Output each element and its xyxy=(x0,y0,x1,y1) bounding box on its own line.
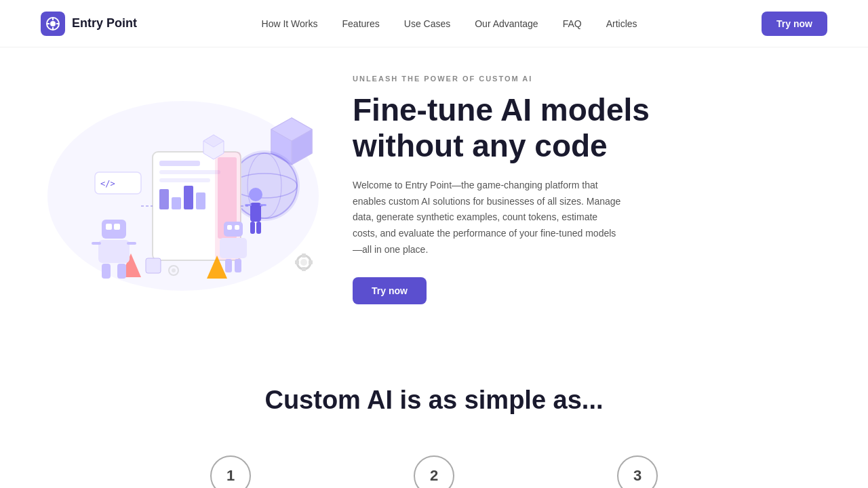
svg-rect-21 xyxy=(172,197,181,209)
svg-rect-39 xyxy=(256,222,261,234)
svg-rect-30 xyxy=(235,225,239,230)
logo-area: Entry Point xyxy=(41,12,137,36)
nav-cta-button[interactable]: Try now xyxy=(762,12,827,36)
svg-rect-54 xyxy=(102,220,126,239)
svg-rect-18 xyxy=(159,170,220,174)
brand-name: Entry Point xyxy=(72,16,137,30)
svg-rect-29 xyxy=(227,225,232,230)
hero-eyebrow: UNLEASH THE POWER OF CUSTOM AI xyxy=(353,75,827,83)
hero-cta-button[interactable]: Try now xyxy=(353,277,427,304)
svg-rect-57 xyxy=(98,240,130,263)
svg-rect-23 xyxy=(196,192,205,209)
nav-faq[interactable]: FAQ xyxy=(563,18,582,29)
svg-rect-19 xyxy=(159,178,210,182)
steps-title: Custom AI is as simple as... xyxy=(41,386,827,415)
steps-section: Custom AI is as simple as... 1 Identify … xyxy=(0,345,868,488)
svg-rect-56 xyxy=(114,224,120,230)
hero-content: UNLEASH THE POWER OF CUSTOM AI Fine-tune… xyxy=(353,75,827,304)
svg-rect-47 xyxy=(309,260,313,264)
nav-features[interactable]: Features xyxy=(342,18,380,29)
svg-rect-22 xyxy=(184,186,193,209)
svg-point-43 xyxy=(300,259,307,266)
hero-section: </> xyxy=(0,47,868,345)
step-circle-2: 2 xyxy=(414,455,454,488)
svg-rect-31 xyxy=(220,238,247,258)
svg-rect-20 xyxy=(159,189,169,209)
svg-rect-33 xyxy=(235,259,241,272)
steps-grid: 1 Identify the Task Leverage fine-tuned … xyxy=(41,455,827,488)
step-circle-1: 1 xyxy=(210,455,251,488)
nav-links: How It Works Features Use Cases Our Adva… xyxy=(262,18,637,29)
step-item-1: 1 Identify the Task Leverage fine-tuned … xyxy=(149,455,312,488)
svg-rect-55 xyxy=(106,224,112,230)
svg-point-15 xyxy=(232,153,297,218)
nav-our-advantage[interactable]: Our Advantage xyxy=(475,18,538,29)
navbar: Entry Point How It Works Features Use Ca… xyxy=(0,0,868,47)
svg-rect-45 xyxy=(302,267,306,271)
logo-icon xyxy=(41,12,65,36)
svg-rect-59 xyxy=(117,264,126,279)
hero-description: Welcome to Entry Point—the game-changing… xyxy=(353,178,624,258)
step-circle-3: 3 xyxy=(617,455,658,488)
svg-point-53 xyxy=(172,268,176,272)
nav-use-cases[interactable]: Use Cases xyxy=(404,18,450,29)
svg-rect-58 xyxy=(102,264,111,279)
nav-how-it-works[interactable]: How It Works xyxy=(262,18,318,29)
svg-rect-60 xyxy=(92,242,101,245)
svg-rect-17 xyxy=(159,161,200,166)
svg-rect-41 xyxy=(146,258,161,273)
step-number-2: 2 xyxy=(430,467,438,485)
step-item-3: 3 Refine & Optimize Set aside examples t… xyxy=(556,455,719,488)
svg-rect-46 xyxy=(295,260,299,264)
svg-rect-32 xyxy=(225,259,232,272)
hero-title-line2: without any code xyxy=(353,128,608,163)
step-item-2: 2 Generate Examples Entry Point's struct… xyxy=(353,455,515,488)
svg-point-1 xyxy=(50,21,56,26)
svg-text:</>: </> xyxy=(100,179,115,188)
step-number-1: 1 xyxy=(226,467,235,485)
svg-point-34 xyxy=(249,188,262,201)
nav-articles[interactable]: Articles xyxy=(606,18,637,29)
svg-rect-28 xyxy=(224,222,243,237)
hero-illustration: </> xyxy=(41,81,326,298)
svg-rect-61 xyxy=(127,242,136,245)
svg-rect-44 xyxy=(302,253,306,258)
hero-title: Fine-tune AI models without any code xyxy=(353,92,827,164)
svg-rect-38 xyxy=(250,222,255,234)
hero-title-line1: Fine-tune AI models xyxy=(353,92,650,127)
step-number-3: 3 xyxy=(633,467,642,485)
svg-rect-35 xyxy=(250,203,261,222)
